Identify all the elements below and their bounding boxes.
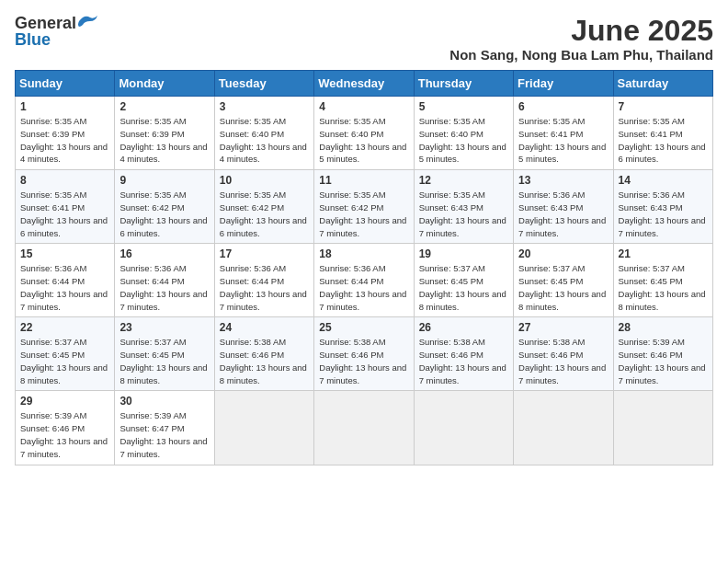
- calendar-week-row: 15 Sunrise: 5:36 AM Sunset: 6:44 PM Dayl…: [16, 244, 713, 317]
- logo: General Blue: [15, 15, 97, 48]
- calendar-cell: 17 Sunrise: 5:36 AM Sunset: 6:44 PM Dayl…: [214, 244, 313, 317]
- calendar-cell: 12 Sunrise: 5:35 AM Sunset: 6:43 PM Dayl…: [414, 170, 513, 244]
- day-of-week-header: Friday: [514, 71, 613, 97]
- day-info: Sunrise: 5:35 AM Sunset: 6:40 PM Dayligh…: [319, 115, 408, 166]
- day-info: Sunrise: 5:36 AM Sunset: 6:44 PM Dayligh…: [20, 262, 109, 313]
- calendar-week-row: 8 Sunrise: 5:35 AM Sunset: 6:41 PM Dayli…: [16, 170, 713, 244]
- day-info: Sunrise: 5:35 AM Sunset: 6:41 PM Dayligh…: [20, 189, 109, 239]
- day-number: 1: [20, 100, 109, 113]
- day-number: 19: [419, 247, 508, 260]
- day-number: 22: [20, 321, 109, 334]
- calendar-cell: 8 Sunrise: 5:35 AM Sunset: 6:41 PM Dayli…: [16, 170, 115, 244]
- day-number: 11: [319, 174, 408, 187]
- calendar-header-row: SundayMondayTuesdayWednesdayThursdayFrid…: [16, 71, 713, 97]
- day-info: Sunrise: 5:35 AM Sunset: 6:41 PM Dayligh…: [518, 115, 608, 166]
- calendar-cell: [414, 391, 513, 465]
- calendar-cell: 11 Sunrise: 5:35 AM Sunset: 6:42 PM Dayl…: [314, 170, 414, 244]
- day-number: 25: [319, 321, 408, 334]
- calendar-week-row: 22 Sunrise: 5:37 AM Sunset: 6:45 PM Dayl…: [16, 317, 713, 391]
- day-number: 21: [619, 247, 708, 260]
- day-info: Sunrise: 5:37 AM Sunset: 6:45 PM Dayligh…: [518, 262, 608, 313]
- day-number: 4: [319, 100, 408, 113]
- day-number: 8: [20, 174, 109, 187]
- calendar-cell: 19 Sunrise: 5:37 AM Sunset: 6:45 PM Dayl…: [414, 244, 513, 317]
- calendar-cell: 16 Sunrise: 5:36 AM Sunset: 6:44 PM Dayl…: [115, 244, 214, 317]
- calendar-cell: 30 Sunrise: 5:39 AM Sunset: 6:47 PM Dayl…: [115, 391, 214, 465]
- day-number: 20: [518, 247, 608, 260]
- logo-bird-icon: [77, 14, 97, 29]
- calendar-cell: 9 Sunrise: 5:35 AM Sunset: 6:42 PM Dayli…: [115, 170, 214, 244]
- calendar-cell: [314, 391, 414, 465]
- day-info: Sunrise: 5:36 AM Sunset: 6:43 PM Dayligh…: [619, 189, 708, 239]
- day-number: 5: [419, 100, 508, 113]
- day-info: Sunrise: 5:37 AM Sunset: 6:45 PM Dayligh…: [419, 262, 508, 313]
- day-info: Sunrise: 5:37 AM Sunset: 6:45 PM Dayligh…: [119, 336, 209, 386]
- day-info: Sunrise: 5:35 AM Sunset: 6:42 PM Dayligh…: [319, 189, 408, 239]
- day-of-week-header: Sunday: [16, 71, 115, 97]
- day-of-week-header: Tuesday: [214, 71, 313, 97]
- day-number: 26: [419, 321, 508, 334]
- day-number: 28: [619, 321, 708, 334]
- calendar-cell: 21 Sunrise: 5:37 AM Sunset: 6:45 PM Dayl…: [613, 244, 712, 317]
- day-of-week-header: Thursday: [414, 71, 513, 97]
- title-area: June 2025 Non Sang, Nong Bua Lam Phu, Th…: [449, 15, 713, 63]
- day-number: 6: [518, 100, 608, 113]
- calendar-cell: 25 Sunrise: 5:38 AM Sunset: 6:46 PM Dayl…: [314, 317, 414, 391]
- calendar-cell: 7 Sunrise: 5:35 AM Sunset: 6:41 PM Dayli…: [613, 97, 712, 170]
- calendar-cell: 22 Sunrise: 5:37 AM Sunset: 6:45 PM Dayl…: [16, 317, 115, 391]
- calendar-cell: 5 Sunrise: 5:35 AM Sunset: 6:40 PM Dayli…: [414, 97, 513, 170]
- day-info: Sunrise: 5:39 AM Sunset: 6:47 PM Dayligh…: [119, 409, 209, 460]
- day-number: 16: [119, 247, 209, 260]
- day-number: 23: [119, 321, 209, 334]
- location-title: Non Sang, Nong Bua Lam Phu, Thailand: [449, 47, 713, 63]
- day-info: Sunrise: 5:36 AM Sunset: 6:44 PM Dayligh…: [319, 262, 408, 313]
- day-of-week-header: Saturday: [613, 71, 712, 97]
- calendar-cell: 24 Sunrise: 5:38 AM Sunset: 6:46 PM Dayl…: [214, 317, 313, 391]
- calendar-cell: 29 Sunrise: 5:39 AM Sunset: 6:46 PM Dayl…: [16, 391, 115, 465]
- calendar-cell: [613, 391, 712, 465]
- month-title: June 2025: [449, 15, 713, 47]
- calendar-week-row: 1 Sunrise: 5:35 AM Sunset: 6:39 PM Dayli…: [16, 97, 713, 170]
- calendar-cell: 10 Sunrise: 5:35 AM Sunset: 6:42 PM Dayl…: [214, 170, 313, 244]
- calendar-cell: 3 Sunrise: 5:35 AM Sunset: 6:40 PM Dayli…: [214, 97, 313, 170]
- calendar-table: SundayMondayTuesdayWednesdayThursdayFrid…: [15, 70, 713, 465]
- day-info: Sunrise: 5:35 AM Sunset: 6:40 PM Dayligh…: [220, 115, 309, 166]
- day-number: 7: [619, 100, 708, 113]
- calendar-cell: 4 Sunrise: 5:35 AM Sunset: 6:40 PM Dayli…: [314, 97, 414, 170]
- calendar-cell: 20 Sunrise: 5:37 AM Sunset: 6:45 PM Dayl…: [514, 244, 613, 317]
- calendar-cell: 27 Sunrise: 5:38 AM Sunset: 6:46 PM Dayl…: [514, 317, 613, 391]
- day-number: 2: [119, 100, 209, 113]
- calendar-week-row: 29 Sunrise: 5:39 AM Sunset: 6:46 PM Dayl…: [16, 391, 713, 465]
- calendar-cell: 13 Sunrise: 5:36 AM Sunset: 6:43 PM Dayl…: [514, 170, 613, 244]
- logo-general-text: General: [15, 15, 76, 31]
- day-info: Sunrise: 5:37 AM Sunset: 6:45 PM Dayligh…: [619, 262, 708, 313]
- calendar-cell: 1 Sunrise: 5:35 AM Sunset: 6:39 PM Dayli…: [16, 97, 115, 170]
- day-of-week-header: Wednesday: [314, 71, 414, 97]
- day-info: Sunrise: 5:36 AM Sunset: 6:44 PM Dayligh…: [119, 262, 209, 313]
- calendar-cell: 23 Sunrise: 5:37 AM Sunset: 6:45 PM Dayl…: [115, 317, 214, 391]
- calendar-cell: 26 Sunrise: 5:38 AM Sunset: 6:46 PM Dayl…: [414, 317, 513, 391]
- day-info: Sunrise: 5:35 AM Sunset: 6:42 PM Dayligh…: [119, 189, 209, 239]
- day-number: 29: [20, 395, 109, 408]
- day-info: Sunrise: 5:38 AM Sunset: 6:46 PM Dayligh…: [220, 336, 309, 386]
- day-info: Sunrise: 5:35 AM Sunset: 6:39 PM Dayligh…: [20, 115, 109, 166]
- day-info: Sunrise: 5:38 AM Sunset: 6:46 PM Dayligh…: [518, 336, 608, 386]
- page-header: General Blue June 2025 Non Sang, Nong Bu…: [15, 15, 713, 63]
- day-info: Sunrise: 5:36 AM Sunset: 6:44 PM Dayligh…: [220, 262, 309, 313]
- calendar-cell: [514, 391, 613, 465]
- day-info: Sunrise: 5:36 AM Sunset: 6:43 PM Dayligh…: [518, 189, 608, 239]
- calendar-cell: 14 Sunrise: 5:36 AM Sunset: 6:43 PM Dayl…: [613, 170, 712, 244]
- calendar-cell: 2 Sunrise: 5:35 AM Sunset: 6:39 PM Dayli…: [115, 97, 214, 170]
- day-number: 18: [319, 247, 408, 260]
- calendar-cell: 28 Sunrise: 5:39 AM Sunset: 6:46 PM Dayl…: [613, 317, 712, 391]
- day-info: Sunrise: 5:35 AM Sunset: 6:41 PM Dayligh…: [619, 115, 708, 166]
- calendar-cell: 15 Sunrise: 5:36 AM Sunset: 6:44 PM Dayl…: [16, 244, 115, 317]
- day-info: Sunrise: 5:38 AM Sunset: 6:46 PM Dayligh…: [419, 336, 508, 386]
- day-number: 17: [220, 247, 309, 260]
- day-number: 30: [119, 395, 209, 408]
- day-number: 3: [220, 100, 309, 113]
- day-info: Sunrise: 5:37 AM Sunset: 6:45 PM Dayligh…: [20, 336, 109, 386]
- day-number: 9: [119, 174, 209, 187]
- day-number: 27: [518, 321, 608, 334]
- calendar-cell: 6 Sunrise: 5:35 AM Sunset: 6:41 PM Dayli…: [514, 97, 613, 170]
